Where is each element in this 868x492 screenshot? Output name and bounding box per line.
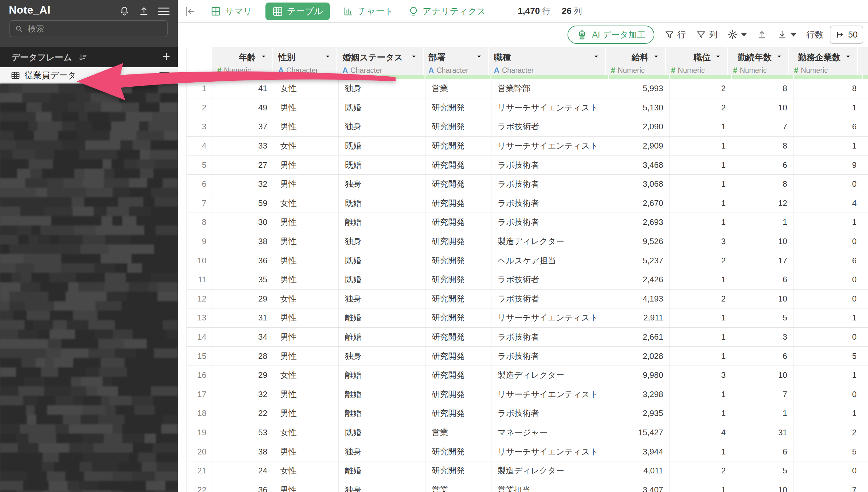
column-header[interactable]: 部署ACharacter — [424, 47, 488, 75]
table-row[interactable]: 2038男性独身研究開発リサーチサイエンティスト3,944165 — [187, 442, 868, 461]
column-header[interactable]: 年齢#Numeric — [212, 47, 272, 75]
table-cell: 研究開発 — [425, 404, 491, 423]
column-type: Character — [502, 66, 534, 75]
import-button[interactable] — [757, 30, 767, 40]
chevron-down-icon[interactable] — [260, 53, 267, 63]
table-row[interactable]: 337男性独身研究開発ラボ技術者2,090176 — [187, 117, 868, 137]
table-row[interactable]: 938男性独身研究開発製造ディレクター9,5263100 — [187, 232, 868, 251]
table-cell: 1 — [670, 480, 732, 492]
collapse-sidebar-icon[interactable] — [184, 5, 196, 17]
chevron-down-icon[interactable] — [410, 53, 418, 63]
table-row[interactable]: 527男性既婚研究開発ラボ技術者3,468169 — [187, 155, 868, 175]
tab-summary[interactable]: サマリ — [209, 2, 254, 20]
chevron-down-icon[interactable] — [592, 53, 600, 63]
chevron-down-icon[interactable] — [714, 53, 722, 63]
chevron-down-icon[interactable] — [844, 53, 852, 63]
chevron-down-icon[interactable] — [475, 53, 483, 63]
row-number: 10 — [187, 251, 212, 270]
table-cell: リサーチサイエンティスト — [491, 137, 610, 155]
row-number: 5 — [187, 155, 212, 174]
column-type: Numeric — [740, 66, 767, 75]
table-row[interactable]: 1528男性独身研究開発ラボ技術者2,028165 — [187, 347, 868, 366]
table-cell: 3 — [670, 366, 732, 385]
filter-columns-button[interactable]: 列 — [696, 29, 718, 40]
table-cell: 3 — [670, 232, 732, 251]
caret-down-icon — [791, 33, 796, 36]
table-row[interactable]: 1036男性既婚研究開発ヘルスケア担当5,2372176 — [187, 251, 868, 270]
goto-row-icon — [836, 30, 845, 40]
add-dataframe-button[interactable]: + — [162, 49, 170, 65]
table-row[interactable]: 1229女性独身研究開発ラボ技術者4,1932100 — [187, 290, 868, 309]
row-number: 8 — [187, 213, 212, 232]
table-row[interactable]: 2236男性独身営業営業担当3,4071107 — [187, 480, 868, 492]
settings-button[interactable] — [728, 30, 747, 40]
table-row[interactable]: 1732男性離婚研究開発リサーチサイエンティスト3,298170 — [187, 385, 868, 404]
column-header[interactable]: 職種ACharacter — [489, 47, 605, 75]
table-cell: 28 — [212, 347, 274, 366]
column-header[interactable]: 婚姻ステータスACharacter — [337, 47, 423, 75]
table-cell: 0 — [794, 232, 863, 251]
table-cell: 男性 — [274, 480, 339, 492]
upload-icon[interactable] — [139, 6, 149, 17]
ai-button-label: AI データ加工 — [592, 29, 646, 40]
dataframe-item[interactable]: 従業員データ — [0, 67, 178, 83]
table-cell: 27 — [212, 155, 274, 174]
table-cell-sliver — [863, 290, 868, 309]
column-header[interactable]: 性別ACharacter — [273, 47, 336, 75]
chevron-down-icon[interactable] — [324, 53, 331, 63]
column-header[interactable]: 職位#Numeric — [666, 47, 727, 75]
export-button[interactable] — [777, 30, 796, 40]
table-row[interactable]: 141女性独身営業営業幹部5,993288 — [187, 79, 868, 98]
table-row[interactable]: 433女性既婚研究開発リサーチサイエンティスト2,909181 — [187, 137, 868, 156]
table-row[interactable]: 1135男性既婚研究開発ラボ技術者2,426160 — [187, 270, 868, 290]
table-cell: 女性 — [274, 137, 339, 155]
table-row[interactable]: 1331男性離婚研究開発リサーチサイエンティスト2,911151 — [187, 309, 868, 328]
tab-chart[interactable]: チャート — [342, 2, 395, 20]
table-cell: 2,661 — [609, 328, 670, 347]
column-header[interactable]: 勤続年数#Numeric — [728, 47, 788, 75]
table-cell: 6 — [794, 117, 863, 136]
column-header[interactable]: 勤務企業数#Numeric — [789, 47, 857, 75]
table-cell: 既婚 — [339, 270, 425, 289]
table-row[interactable]: 2124女性離婚研究開発製造ディレクター4,011250 — [187, 461, 868, 481]
dataframe-menu-icon[interactable] — [159, 72, 169, 78]
hamburger-menu-icon[interactable] — [158, 7, 169, 15]
table-cell: 離婚 — [339, 385, 425, 404]
table-cell: 5,237 — [609, 251, 670, 270]
column-name: 職種 — [494, 52, 511, 63]
chevron-down-icon[interactable] — [775, 53, 783, 63]
row-count: 1,470 行 — [518, 6, 550, 17]
column-header[interactable]: 給料#Numeric — [606, 47, 665, 75]
ai-data-wrangling-button[interactable]: AI データ加工 — [567, 26, 654, 44]
table-cell: 男性 — [274, 328, 339, 347]
column-count-value: 26 — [562, 6, 571, 16]
table-cell: リサーチサイエンティスト — [491, 442, 610, 461]
table-row[interactable]: 1822男性離婚研究開発ラボ技術者2,935111 — [187, 404, 868, 423]
table-row[interactable]: 830男性離婚研究開発ラボ技術者2,693111 — [187, 213, 868, 232]
table-cell: 10 — [732, 232, 794, 251]
notifications-bell-icon[interactable] — [119, 6, 130, 17]
table-cell: 研究開発 — [425, 232, 491, 251]
table-cell: 製造ディレクター — [491, 232, 610, 251]
table-row[interactable]: 1434男性離婚研究開発ラボ技術者2,661130 — [187, 328, 868, 347]
table-row[interactable]: 1953女性既婚営業マネージャー15,4274312 — [187, 423, 868, 442]
table-cell: ラボ技術者 — [491, 328, 610, 347]
search-input[interactable] — [27, 24, 155, 34]
table-row[interactable]: 1629女性離婚研究開発製造ディレクター9,9803101 — [187, 366, 868, 385]
rows-per-page-control[interactable]: 50 — [830, 26, 863, 44]
table-cell: 独身 — [339, 175, 425, 194]
table-row[interactable]: 249男性既婚研究開発リサーチサイエンティスト5,1302101 — [187, 98, 868, 118]
tab-analytics[interactable]: アナリティクス — [407, 2, 487, 20]
dataframe-name: 従業員データ — [25, 70, 76, 81]
row-number: 16 — [187, 366, 212, 385]
table-row[interactable]: 632男性独身研究開発ラボ技術者3,068180 — [187, 175, 868, 194]
table-row[interactable]: 759女性既婚研究開発ラボ技術者2,6701124 — [187, 194, 868, 213]
filter-rows-button[interactable]: 行 — [664, 29, 686, 40]
valid-data-bar — [274, 75, 338, 79]
tab-table[interactable]: テーブル — [265, 2, 330, 20]
table-cell: 1 — [670, 137, 732, 155]
sidebar-search[interactable] — [9, 20, 168, 37]
table-cell: ラボ技術者 — [491, 155, 610, 174]
chevron-down-icon[interactable] — [652, 53, 660, 63]
sort-icon[interactable] — [78, 53, 88, 62]
